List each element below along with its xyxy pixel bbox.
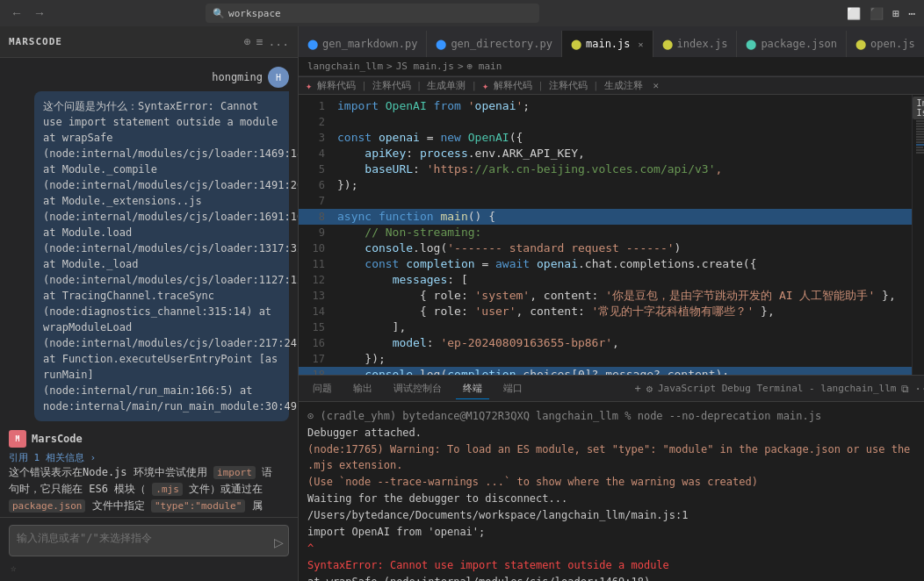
tab-ports[interactable]: 端口 (496, 378, 530, 398)
search-bar[interactable]: 🔍 workspace (206, 4, 539, 23)
terminal-copy-icon[interactable]: ⧉ (901, 383, 909, 395)
input-wrapper: ▷ (9, 525, 289, 559)
ai-action-explain[interactable]: 解释代码 (317, 79, 356, 92)
line-number: 2 (299, 114, 334, 130)
new-chat-icon[interactable]: ⊕ (244, 35, 251, 48)
sidebar-title: MARSCODE (9, 36, 244, 47)
terminal-content[interactable]: ⊙ (cradle_yhm) bytedance@M1Q72R3QXQ lang… (299, 402, 924, 581)
terminal-line: ⊙ (cradle_yhm) bytedance@M1Q72R3QXQ lang… (307, 408, 924, 424)
tab-terminal[interactable]: 终端 (456, 378, 489, 399)
close-ai-bar[interactable]: ✕ (653, 80, 660, 91)
terminal-line: import OpenAI from 'openai'; (307, 524, 924, 540)
breadcrumb-part-2: JS main.js (396, 61, 454, 72)
type-code: "type":"module" (151, 499, 245, 513)
js-icon-main: ⬤ (571, 39, 581, 50)
ai-action-gennote[interactable]: 生成注释 (604, 79, 643, 92)
line-content: model: 'ep-20240809163655-bp86r', (334, 335, 912, 351)
line-content: import OpenAI from 'openai'; (334, 98, 912, 114)
tab-package-json[interactable]: ⬤ package.json (737, 31, 847, 57)
ref-link[interactable]: 引用 1 相关信息 › (9, 451, 289, 464)
code-line-18: 18 console.log(completion.choices[0]?.me… (299, 367, 912, 375)
line-content (334, 114, 912, 130)
sidebar-header: MARSCODE ⊕ ≡ ... (0, 26, 298, 58)
line-number: 7 (299, 193, 334, 209)
py-icon-2: ⬤ (436, 39, 446, 50)
tab-close-main-js[interactable]: ✕ (639, 39, 644, 49)
line-number: 17 (299, 351, 334, 367)
tab-index-js[interactable]: ⬤ index.js (653, 31, 738, 57)
line-content: { role: 'system', content: '你是豆包，是由字节跳动开… (334, 288, 912, 304)
line-content: const openai = new OpenAI({ (334, 130, 912, 146)
terminal-title: JavaScript Debug Terminal - langchain_ll… (658, 383, 897, 394)
line-number: 3 (299, 130, 334, 146)
tab-output[interactable]: 输出 (346, 378, 379, 398)
tab-main-js[interactable]: ⬤ main.js ✕ (562, 31, 653, 57)
line-number: 15 (299, 319, 334, 335)
terminal-line: at wrapSafe (node:internal/modules/cjs/l… (307, 574, 924, 581)
back-button[interactable]: ← (7, 4, 26, 22)
line-number: 6 (299, 177, 334, 193)
code-line-1: 1import OpenAI from 'openai'; (299, 98, 912, 114)
minimap: Index Is (912, 95, 924, 375)
search-icon: 🔍 (213, 8, 225, 19)
line-number: 5 (299, 161, 334, 177)
bot-bubble: 这个错误表示在Node.js 环境中尝试使用 import 语句时，它只能在 E… (9, 464, 272, 517)
tab-gen-markdown[interactable]: ⬤ gen_markdown.py (299, 31, 427, 57)
line-content: { role: 'user', content: '常见的十字花科植物有哪些？'… (334, 304, 912, 319)
tab-open-js[interactable]: ⬤ open.js (847, 31, 924, 57)
forward-button[interactable]: → (30, 4, 49, 22)
line-number: 13 (299, 288, 334, 304)
code-line-10: 10 console.log('------- standard request… (299, 240, 912, 256)
ai-action-comment2[interactable]: 注释代码 (549, 79, 588, 92)
tabs-bar: ⬤ gen_markdown.py ⬤ gen_directory.py ⬤ m… (299, 26, 924, 57)
ai-icon-2: ✦ (482, 80, 488, 92)
layout-icon-4[interactable]: ⋯ (906, 5, 917, 22)
line-number: 4 (299, 146, 334, 161)
tab-label-main-js: main.js (586, 38, 631, 50)
tab-problems[interactable]: 问题 (306, 378, 339, 398)
sidebar-header-icons: ⊕ ≡ ... (244, 35, 289, 48)
terminal-more-icon[interactable]: ··· (914, 383, 924, 395)
bot-logo: M (9, 430, 26, 448)
layout-icon-1[interactable]: ⬜ (845, 5, 863, 22)
line-number: 18 (299, 367, 334, 375)
layout-icon-2[interactable]: ⬛ (868, 5, 885, 22)
line-content: }); (334, 177, 912, 193)
code-line-15: 15 ], (299, 319, 912, 335)
line-number: 1 (299, 98, 334, 114)
json-icon: ⬤ (746, 39, 756, 50)
editor-area: ⬤ gen_markdown.py ⬤ gen_directory.py ⬤ m… (299, 26, 924, 581)
terminal-line: (Use `node --trace-warnings ...` to show… (307, 474, 924, 490)
line-content: async function main() { (334, 209, 912, 225)
line-content: baseURL: 'https://ark.cn-beijing.volces.… (334, 161, 912, 177)
line-content: }); (334, 351, 912, 367)
index-is-badge: Index Is (913, 97, 924, 119)
layout-icon-3[interactable]: ⊞ (891, 5, 901, 22)
code-line-3: 3const openai = new OpenAI({ (299, 130, 912, 146)
terminal-add-icon[interactable]: + (634, 383, 640, 395)
bot-name: MarsCode (32, 433, 83, 445)
send-button[interactable]: ▷ (274, 535, 284, 549)
nav-buttons: ← → (7, 4, 49, 22)
avatar: H (268, 67, 289, 88)
breadcrumb-part-1: langchain_llm (307, 61, 383, 72)
terminal-line: ^ (307, 541, 924, 556)
history-icon[interactable]: ≡ (256, 35, 263, 48)
ai-action-test[interactable]: 生成单测 (427, 79, 466, 92)
code-line-4: 4 apiKey: process.env.ARK_API_KEY, (299, 146, 912, 161)
message-input[interactable] (9, 525, 289, 556)
line-number: 12 (299, 272, 334, 288)
more-icon[interactable]: ... (269, 35, 289, 48)
input-hint: ☆ (9, 563, 289, 574)
line-content: apiKey: process.env.ARK_API_KEY, (334, 146, 912, 161)
code-editor[interactable]: 1import OpenAI from 'openai';2 3const op… (299, 95, 912, 375)
ai-action-comment[interactable]: 注释代码 (372, 79, 411, 92)
ai-action-explain2[interactable]: 解释代码 (494, 79, 532, 92)
tab-debug-console[interactable]: 调试控制台 (386, 378, 449, 398)
code-line-8: 8async function main() { (299, 209, 912, 225)
input-area: ▷ ☆ (0, 517, 298, 581)
tab-gen-directory[interactable]: ⬤ gen_directory.py (427, 31, 562, 57)
bot-reply-4: 文件中指定 (92, 499, 145, 512)
line-content: console.log('------- standard request --… (334, 240, 912, 256)
terminal-settings-icon[interactable]: ⚙ (646, 383, 653, 395)
